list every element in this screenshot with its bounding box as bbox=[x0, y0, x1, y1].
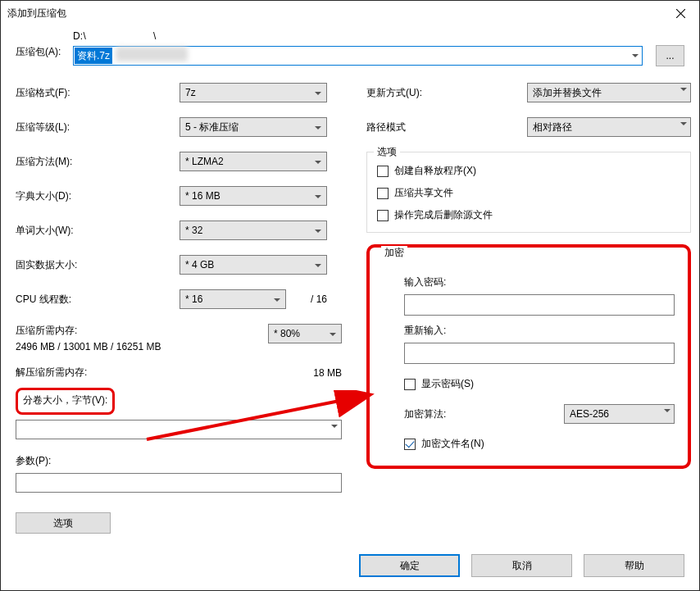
update-label: 更新方式(U): bbox=[366, 86, 481, 100]
shared-checkbox[interactable] bbox=[377, 188, 389, 199]
encryption-highlight: 加密 输入密码: 重新输入: 显示密码(S) 加密算法: AES-256 加密文… bbox=[366, 244, 691, 469]
close-icon bbox=[676, 9, 685, 18]
chevron-down-icon bbox=[664, 409, 670, 412]
title-bar: 添加到压缩包 bbox=[1, 1, 699, 25]
options-legend: 选项 bbox=[374, 145, 400, 159]
encryption-legend: 加密 bbox=[381, 246, 407, 260]
close-button[interactable] bbox=[661, 1, 699, 25]
chevron-down-icon bbox=[313, 191, 323, 202]
cpu-label: CPU 线程数: bbox=[16, 293, 180, 307]
cpu-total: / 16 bbox=[301, 293, 327, 305]
browse-button[interactable]: ... bbox=[656, 45, 684, 66]
pathmode-combo[interactable]: 相对路径 bbox=[527, 117, 691, 137]
dict-label: 字典大小(D): bbox=[16, 189, 180, 203]
archive-label: 压缩包(A): bbox=[16, 30, 65, 59]
left-column: 压缩格式(F): 7z 压缩等级(L): 5 - 标准压缩 压缩方法(M): *… bbox=[16, 83, 342, 534]
chevron-down-icon[interactable] bbox=[630, 49, 641, 62]
enc-alg-combo[interactable]: AES-256 bbox=[564, 404, 675, 424]
help-button[interactable]: 帮助 bbox=[584, 554, 684, 577]
mem-dec-value: 18 MB bbox=[313, 367, 342, 379]
chevron-down-icon bbox=[680, 88, 687, 91]
archive-filename-selection: 资料.7z bbox=[75, 48, 112, 64]
chevron-down-icon bbox=[313, 88, 323, 99]
level-combo[interactable]: 5 - 标准压缩 bbox=[180, 117, 327, 137]
chevron-down-icon bbox=[328, 329, 338, 340]
chevron-down-icon bbox=[313, 122, 323, 134]
sfx-label: 创建自释放程序(X) bbox=[394, 164, 476, 178]
archive-path: D:\XXXXXXXXXX\ bbox=[73, 30, 684, 42]
shared-label: 压缩共享文件 bbox=[394, 186, 453, 200]
chevron-down-icon bbox=[331, 425, 338, 428]
method-label: 压缩方法(M): bbox=[16, 155, 180, 169]
show-password-checkbox[interactable] bbox=[404, 379, 416, 390]
format-label: 压缩格式(F): bbox=[16, 86, 180, 100]
cpu-combo[interactable]: * 16 bbox=[180, 289, 286, 309]
word-combo[interactable]: * 32 bbox=[180, 220, 327, 240]
right-column: 更新方式(U): 添加并替换文件 路径模式 相对路径 选项 创建自释放程序(X)… bbox=[366, 83, 691, 534]
chevron-down-icon bbox=[680, 122, 687, 125]
volume-label: 分卷大小，字节(V): bbox=[23, 394, 107, 406]
pathmode-label: 路径模式 bbox=[366, 120, 481, 134]
window-title: 添加到压缩包 bbox=[7, 7, 66, 20]
password2-input[interactable] bbox=[404, 343, 675, 364]
mem-dec-label: 解压缩所需内存: bbox=[16, 366, 87, 380]
format-combo[interactable]: 7z bbox=[180, 83, 327, 102]
mem-enc-combo[interactable]: * 80% bbox=[268, 324, 342, 343]
show-password-label: 显示密码(S) bbox=[421, 377, 474, 391]
redaction-mask bbox=[116, 47, 188, 61]
password2-label: 重新输入: bbox=[404, 324, 675, 338]
chevron-down-icon bbox=[272, 294, 282, 306]
dict-combo[interactable]: * 16 MB bbox=[180, 186, 327, 206]
cancel-button[interactable]: 取消 bbox=[471, 554, 572, 577]
volume-combo[interactable] bbox=[16, 420, 342, 439]
options-button[interactable]: 选项 bbox=[16, 512, 111, 534]
mem-enc-detail: 2496 MB / 13001 MB / 16251 MB bbox=[16, 341, 161, 352]
param-input[interactable] bbox=[16, 473, 342, 493]
solid-label: 固实数据大小: bbox=[16, 258, 180, 272]
chevron-down-icon bbox=[313, 157, 323, 168]
options-fieldset: 选项 创建自释放程序(X) 压缩共享文件 操作完成后删除源文件 bbox=[366, 152, 691, 233]
chevron-down-icon bbox=[313, 225, 323, 237]
encrypt-names-checkbox[interactable] bbox=[404, 439, 416, 450]
param-label: 参数(P): bbox=[16, 454, 342, 468]
solid-combo[interactable]: * 4 GB bbox=[180, 255, 327, 275]
level-label: 压缩等级(L): bbox=[16, 120, 180, 134]
delete-label: 操作完成后删除源文件 bbox=[394, 208, 493, 222]
volume-label-highlight: 分卷大小，字节(V): bbox=[16, 388, 115, 415]
chevron-down-icon bbox=[313, 260, 323, 271]
sfx-checkbox[interactable] bbox=[377, 166, 389, 177]
password-input[interactable] bbox=[404, 294, 675, 316]
mem-enc-label: 压缩所需内存: bbox=[16, 324, 161, 338]
dialog-buttons: 确定 取消 帮助 bbox=[359, 554, 684, 577]
encrypt-names-label: 加密文件名(N) bbox=[421, 437, 484, 451]
enc-alg-label: 加密算法: bbox=[404, 407, 446, 421]
password-label: 输入密码: bbox=[404, 275, 675, 289]
delete-checkbox[interactable] bbox=[377, 210, 389, 221]
method-combo[interactable]: * LZMA2 bbox=[180, 152, 327, 171]
update-combo[interactable]: 添加并替换文件 bbox=[527, 83, 691, 102]
word-label: 单词大小(W): bbox=[16, 224, 180, 238]
ok-button[interactable]: 确定 bbox=[359, 554, 460, 577]
